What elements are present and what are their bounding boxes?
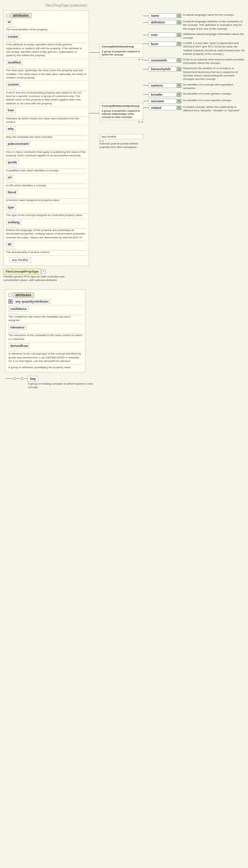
attr-qcode-desc: A qualified code which identifies a conc…: [6, 169, 87, 172]
bottom-section: - attributes A any quantityAttributes co…: [5, 289, 86, 372]
circle-connector: [13, 377, 16, 380]
attr-xmllang: xmllang: [6, 220, 21, 225]
concept-rel-desc: A group of properties required to indica…: [102, 109, 141, 119]
attr-modified-row: modified ............. The date (and, op…: [6, 60, 87, 80]
attr-how-row: how ............. Indicates by which mea…: [6, 108, 87, 124]
attr-why: why: [6, 126, 16, 131]
h-line-1: [89, 52, 100, 53]
prop-related-badge: E: [177, 106, 181, 110]
attr-literal: literal: [6, 190, 18, 195]
attr-dir-desc: The directionality of textual content.: [6, 251, 87, 254]
prop-narrower-badge: E: [177, 99, 181, 103]
left-panel: - attributes id ............. The local …: [3, 9, 89, 282]
attr-dir-row: dir ............. The directionality of …: [6, 242, 87, 254]
prop-sameas-badge: E: [177, 83, 181, 88]
prop-name-badge: E: [177, 14, 181, 18]
bottom-confidence-desc: The confidence with which the metadata h…: [8, 315, 82, 322]
bottom-connector: ConceptRelationshipsGroup A group of pro…: [89, 103, 143, 124]
flex-concept-prop-type-row: FlexConceptPropType +: [3, 269, 89, 274]
prop-remoteinfo-row: remoteInfo E A link to an external web r…: [143, 58, 248, 65]
diagram-title: Flex1PropType (extension): [45, 3, 245, 7]
prop-hierarchyinfo-desc: Represents the position of a concept in …: [183, 67, 246, 81]
prop-related-row: related E A related concept, where the r…: [143, 105, 248, 113]
prop-related-desc: A related concept, where the relationshi…: [183, 105, 246, 113]
any-other-row: any ##other: [9, 257, 87, 263]
prop-narrower-box: narrower: [148, 99, 176, 104]
prop-name-desc: A natural language name for the concept.: [183, 13, 234, 17]
prop-remoteinfo-desc: A link to an external web resource which…: [183, 58, 246, 65]
expand-icon[interactable]: -: [6, 14, 9, 17]
attr-custom: custom: [6, 82, 21, 87]
prop-narrower-desc: An identifier of a more specific concept…: [183, 99, 232, 102]
attr-uri-row: uri ............. A URI which identifies…: [6, 175, 87, 187]
flex-concept-desc: Flexible generic PCG type for both contr…: [3, 275, 73, 282]
attr-pubconstraint-desc: One or many constraints that apply to pu…: [6, 150, 87, 158]
top-connector: ConceptDefinitionGroup A group of proper…: [89, 44, 143, 61]
attr-id-desc: The local identifier of the property.: [6, 28, 87, 31]
quantity-group-desc: A group of attributes quantifying the pr…: [8, 366, 82, 369]
attr-uri: uri: [6, 175, 14, 180]
attr-pubconstraint-row: pubconstraint ............. One or many …: [6, 141, 87, 157]
bottom-confidence: confidence: [8, 306, 29, 311]
prop-broader-row: broader E An identifier of a more generi…: [143, 92, 248, 97]
attr-literal-row: literal ............. A freetext value a…: [6, 190, 87, 202]
attr-type: type: [6, 205, 16, 210]
prop-facet-badge: E: [177, 42, 181, 46]
expand-icon-2[interactable]: +: [42, 269, 46, 274]
prop-name-row: name E A natural language name for the c…: [143, 13, 248, 18]
bag-section: bag: [5, 376, 245, 381]
prop-definition-row: definition E A natural language definiti…: [143, 20, 248, 31]
attr-literal-desc: A freetext value assigned as property va…: [6, 199, 87, 202]
prop-note-box: note: [148, 32, 176, 37]
prop-facet-row: facet E In NAR 1.8 and later, facet is d…: [143, 42, 248, 56]
quantity-attrs-row: A any quantityAttributes: [8, 299, 82, 304]
prop-remoteinfo-badge: E: [177, 58, 181, 62]
concept-definition-group-area: ConceptDefinitionGroup A group of proper…: [100, 44, 143, 61]
prop-note-row: note E Additional natural language infor…: [143, 32, 248, 40]
attr-why-desc: Why the metadata has been included.: [6, 135, 87, 139]
bottom-expand-icon[interactable]: -: [8, 293, 12, 297]
attr-xmllang-desc: Defines the language of this property an…: [6, 229, 87, 239]
main-layout: - attributes id ............. The local …: [3, 9, 248, 282]
quantity-attrs-name: any quantityAttributes: [14, 299, 51, 304]
attr-type-row: type ............. The type of the conce…: [6, 205, 87, 217]
prop-broader-desc: An identifier of a more generic concept.: [183, 92, 232, 96]
attr-dir: dir: [6, 242, 14, 247]
attr-modified-desc: The date (and, optionally, the time) whe…: [6, 69, 87, 80]
prop-sameas-row: sameAs E An identifier of a concept with…: [143, 83, 248, 90]
any-other-extension-area: any ##other 0..∞ Extension point for pro…: [100, 134, 143, 148]
attr-id-wavy: .............: [7, 24, 87, 28]
bottom-derivedfrom-row: derivedfrom ............. A reference to…: [8, 343, 82, 363]
prop-broader-box: broader: [148, 92, 176, 97]
attr-id-row: id ............. The local identifier of…: [6, 20, 87, 32]
prop-definition-desc: A natural language definition of the sem…: [183, 20, 246, 31]
diagram-container: Flex1PropType (extension) - attributes i…: [0, 0, 248, 393]
concept-relationships-group-area: ConceptRelationshipsGroup A group of pro…: [100, 103, 143, 124]
circle-connector-2: [21, 377, 23, 380]
right-panel: name E A natural language name for the c…: [143, 9, 248, 114]
h-line-2: [89, 113, 100, 113]
attr-qcode: qcode: [6, 160, 19, 165]
attr-custom-row: custom ............. If set to true the …: [6, 82, 87, 105]
prop-name-box: name: [148, 13, 176, 18]
bottom-derivedfrom-desc: A reference to the concept type of the c…: [8, 352, 82, 363]
bottom-relevance: relevance: [8, 325, 27, 330]
flex-concept-prop-type-box: FlexConceptPropType: [3, 269, 41, 274]
attributes-label: attributes: [10, 13, 31, 18]
attr-uri-desc: A URI which identifies a concept.: [6, 184, 87, 187]
attr-creator: creator: [6, 34, 20, 39]
attr-id: id: [6, 20, 12, 24]
prop-definition-badge: E: [177, 20, 181, 24]
attr-pubconstraint: pubconstraint: [6, 141, 30, 146]
attr-custom-desc: If set to true the corresponding propert…: [6, 91, 87, 106]
bottom-attributes-header: - attributes: [8, 292, 82, 298]
attributes-header-row: - attributes: [6, 13, 87, 18]
attr-how: how: [6, 108, 16, 113]
attr-creator-row: creator ............. If the attribute i…: [6, 34, 87, 58]
bottom-derivedfrom: derivedfrom: [8, 343, 30, 348]
attr-why-row: why ............. Why the metadata has b…: [6, 126, 87, 139]
prop-definition-box: definition: [148, 20, 176, 25]
prop-note-desc: Additional natural language information …: [183, 32, 246, 40]
prop-sameas-box: sameAs: [148, 83, 176, 88]
prop-broader-badge: E: [177, 92, 181, 97]
